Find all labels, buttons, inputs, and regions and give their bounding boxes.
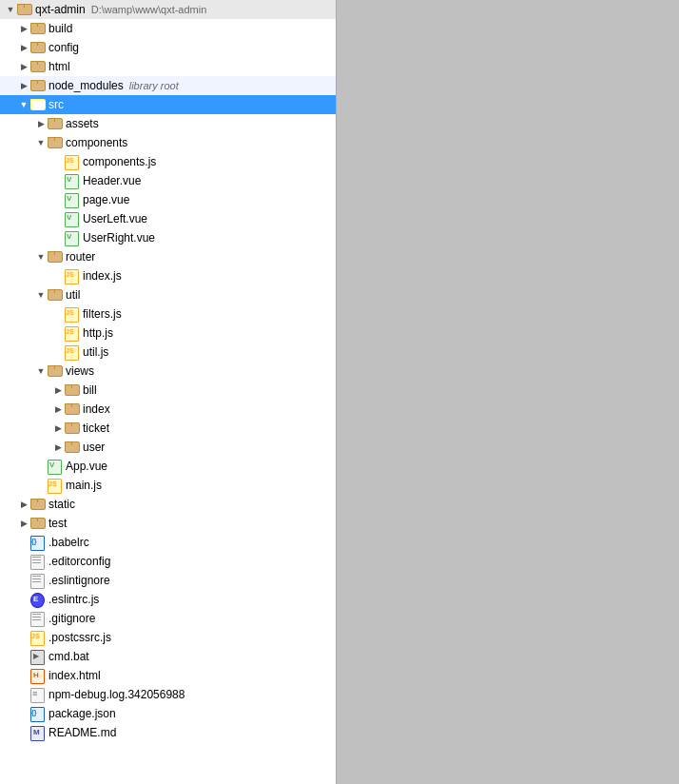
tree-item-npm-debug-log[interactable]: ▶ npm-debug.log.342056988 xyxy=(0,685,336,704)
test-label: test xyxy=(48,517,67,530)
tree-item-build[interactable]: ▶ build xyxy=(0,19,336,38)
tree-item-html[interactable]: ▶ html xyxy=(0,57,336,76)
page-vue-label: page.vue xyxy=(83,193,129,206)
components-folder-icon xyxy=(48,137,63,148)
tree-item-assets[interactable]: ▶ assets xyxy=(0,114,336,133)
file-tree-panel[interactable]: ▼ qxt-admin D:\wamp\www\qxt-admin ▶ buil… xyxy=(0,0,337,784)
router-index-js-icon xyxy=(65,269,80,283)
components-js-icon xyxy=(65,155,80,168)
tree-item-static[interactable]: ▶ static xyxy=(0,495,336,514)
tree-item-bill[interactable]: ▶ bill xyxy=(0,381,336,400)
views-label: views xyxy=(66,364,94,378)
right-panel xyxy=(337,0,679,784)
app-vue-icon xyxy=(48,460,63,473)
views-folder-icon xyxy=(48,365,63,377)
bill-label: bill xyxy=(83,383,97,397)
tree-item-eslintrc-js[interactable]: ▶ .eslintrc.js xyxy=(0,590,336,609)
index-folder-arrow: ▶ xyxy=(51,404,65,414)
tree-item-http-js[interactable]: ▶ http.js xyxy=(0,323,336,343)
root-label: qxt-admin xyxy=(35,3,86,16)
babelrc-icon xyxy=(30,536,46,549)
tree-item-config[interactable]: ▶ config xyxy=(0,38,336,57)
tree-item-node_modules[interactable]: ▶ node_modules library root xyxy=(0,76,336,95)
router-index-js-label: index.js xyxy=(83,269,122,283)
config-label: config xyxy=(48,41,79,54)
util-label: util xyxy=(66,288,80,302)
tree-item-app-vue[interactable]: ▶ App.vue xyxy=(0,457,336,476)
tree-item-router[interactable]: ▼ router xyxy=(0,247,336,266)
tree-item-package-json[interactable]: ▶ package.json xyxy=(0,704,336,723)
postcssrc-js-icon xyxy=(30,631,46,644)
tree-item-user[interactable]: ▶ user xyxy=(0,438,336,457)
node_modules-arrow: ▶ xyxy=(17,81,30,90)
router-folder-icon xyxy=(48,251,63,263)
tree-item-util[interactable]: ▼ util xyxy=(0,285,336,304)
root-path: D:\wamp\www\qxt-admin xyxy=(91,4,207,15)
tree-item-util-js[interactable]: ▶ util.js xyxy=(0,343,336,362)
tree-item-src[interactable]: ▼ src xyxy=(0,95,336,114)
tree-item-ticket[interactable]: ▶ ticket xyxy=(0,419,336,438)
router-arrow: ▼ xyxy=(34,252,48,262)
assets-arrow: ▶ xyxy=(34,119,48,128)
static-folder-icon xyxy=(30,499,46,510)
userleft-vue-icon xyxy=(65,212,80,225)
npm-debug-log-icon xyxy=(30,688,46,701)
tree-item-index-folder[interactable]: ▶ index xyxy=(0,400,336,419)
tree-item-index-html[interactable]: ▶ index.html xyxy=(0,666,336,685)
node_modules-label: node_modules xyxy=(48,79,124,92)
tree-item-eslintignore[interactable]: ▶ .eslintignore xyxy=(0,571,336,590)
header-vue-icon xyxy=(65,174,80,187)
userleft-vue-label: UserLeft.vue xyxy=(83,212,147,225)
assets-folder-icon xyxy=(48,118,63,129)
tree-item-babelrc[interactable]: ▶ .babelrc xyxy=(0,533,336,552)
root-arrow: ▼ xyxy=(4,5,17,14)
userright-vue-label: UserRight.vue xyxy=(83,231,155,245)
build-arrow: ▶ xyxy=(17,24,30,33)
postcssrc-js-label: .postcssrc.js xyxy=(48,631,111,644)
index-folder-label: index xyxy=(83,402,110,416)
tree-item-header-vue[interactable]: ▶ Header.vue xyxy=(0,171,336,190)
tree-item-readme-md[interactable]: ▶ README.md xyxy=(0,723,336,742)
tree-item-page-vue[interactable]: ▶ page.vue xyxy=(0,190,336,209)
util-js-icon xyxy=(65,345,80,359)
test-arrow: ▶ xyxy=(17,519,30,528)
tree-item-main-js[interactable]: ▶ main.js xyxy=(0,476,336,495)
eslintrc-js-label: .eslintrc.js xyxy=(48,593,99,606)
router-label: router xyxy=(66,250,95,264)
tree-item-userright-vue[interactable]: ▶ UserRight.vue xyxy=(0,228,336,247)
header-vue-label: Header.vue xyxy=(83,174,141,187)
util-js-label: util.js xyxy=(83,345,108,359)
tree-item-router-index-js[interactable]: ▶ index.js xyxy=(0,266,336,285)
assets-label: assets xyxy=(66,117,99,130)
src-folder-icon xyxy=(30,99,46,110)
tree-item-components-js[interactable]: ▶ components.js xyxy=(0,152,336,171)
tree-item-userleft-vue[interactable]: ▶ UserLeft.vue xyxy=(0,209,336,228)
gitignore-icon xyxy=(30,612,46,625)
main-js-label: main.js xyxy=(66,479,102,492)
filters-js-icon xyxy=(65,307,80,321)
index-html-label: index.html xyxy=(48,669,101,682)
tree-item-editorconfig[interactable]: ▶ .editorconfig xyxy=(0,552,336,571)
tree-item-test[interactable]: ▶ test xyxy=(0,514,336,533)
cmd-bat-icon xyxy=(30,650,46,663)
bill-arrow: ▶ xyxy=(51,385,65,395)
page-vue-icon xyxy=(65,193,80,206)
user-arrow: ▶ xyxy=(51,442,65,452)
editorconfig-icon xyxy=(30,555,46,568)
tree-item-components[interactable]: ▼ components xyxy=(0,133,336,152)
main-js-icon xyxy=(48,479,63,492)
readme-md-icon xyxy=(30,726,46,739)
test-folder-icon xyxy=(30,518,46,529)
userright-vue-icon xyxy=(65,231,80,245)
tree-item-filters-js[interactable]: ▶ filters.js xyxy=(0,304,336,323)
editorconfig-label: .editorconfig xyxy=(48,555,110,568)
bill-folder-icon xyxy=(65,384,80,396)
src-label: src xyxy=(48,98,64,111)
tree-root[interactable]: ▼ qxt-admin D:\wamp\www\qxt-admin xyxy=(0,0,336,19)
tree-item-cmd-bat[interactable]: ▶ cmd.bat xyxy=(0,647,336,666)
tree-item-gitignore[interactable]: ▶ .gitignore xyxy=(0,609,336,628)
user-label: user xyxy=(83,441,105,454)
tree-item-views[interactable]: ▼ views xyxy=(0,362,336,381)
tree-item-postcssrc-js[interactable]: ▶ .postcssrc.js xyxy=(0,628,336,647)
eslintrc-js-icon xyxy=(30,593,46,606)
